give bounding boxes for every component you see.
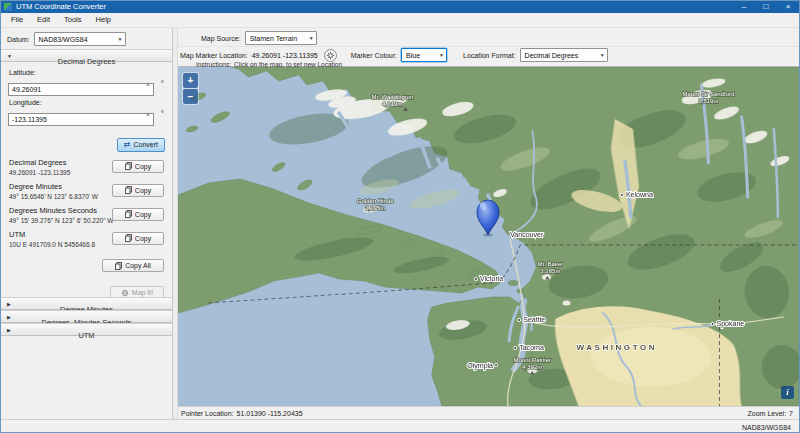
collapsed-triangle-icon: ▶	[7, 301, 11, 307]
marker-location-label: Map Marker Location:	[180, 52, 248, 59]
convert-button[interactable]: ⇄ Convert	[117, 138, 165, 152]
app-icon	[4, 3, 12, 11]
label-kelowna: Kelowna	[626, 191, 653, 198]
copy-icon	[125, 234, 132, 242]
marker-colour-select[interactable]: Blue ▼	[401, 48, 447, 62]
svg-text:4,019m: 4,019m	[382, 101, 402, 107]
menu-file[interactable]: File	[4, 13, 30, 27]
latitude-degree-unit: °	[161, 79, 164, 88]
copy-icon	[125, 186, 132, 194]
map-status-row: Pointer Location: 51.01390 -115.20435 Zo…	[178, 406, 799, 419]
globe-icon	[121, 289, 129, 297]
label-washington: WASHINGTON	[577, 343, 657, 352]
result-degree-minutes: Degree Minutes 49° 15.6546' N 123° 6.837…	[9, 182, 172, 200]
longitude-input[interactable]	[8, 113, 154, 126]
section-degrees-minutes-seconds[interactable]: ▶ Degrees, Minutes Seconds	[1, 310, 172, 323]
section-utm[interactable]: ▶ UTM	[1, 323, 172, 336]
map-source-label: Map Source:	[201, 35, 241, 42]
menu-help[interactable]: Help	[89, 13, 118, 27]
longitude-label: Longitude:	[9, 99, 172, 106]
collapsed-triangle-icon: ▶	[7, 327, 11, 333]
result-decimal-degrees: Decimal Degrees 49.26091 -123.11395 Copy	[9, 158, 172, 176]
clear-latitude-icon[interactable]: ×	[146, 81, 150, 88]
copy-degree-minutes-button[interactable]: Copy	[112, 184, 164, 197]
copy-icon	[125, 162, 132, 170]
marker-location-value: 49.26091 -123.11395	[252, 52, 318, 59]
maximize-button[interactable]: □	[755, 1, 777, 13]
menu-edit[interactable]: Edit	[30, 13, 57, 27]
label-mt-baker: Mt. Baker	[538, 261, 564, 267]
label-waddington: Mt. Waddington	[371, 94, 413, 100]
zoom-level-label: Zoom Level:	[748, 410, 787, 417]
collapsed-triangle-icon: ▶	[7, 314, 11, 320]
attribution-info-button[interactable]: i	[781, 386, 794, 399]
section-degree-minutes[interactable]: ▶ Degree Minutes	[1, 297, 172, 310]
converter-sidebar: Datum: NAD83/WGS84 ▼ ▼ Decimal Degrees L…	[1, 28, 173, 419]
location-format-label: Location Format:	[463, 52, 516, 59]
status-bar: NAD83/WGS84	[1, 419, 799, 433]
decimal-degrees-panel: Latitude: × ° Longitude: × ° ⇄ Convert D…	[1, 62, 172, 301]
copy-utm-button[interactable]: Copy	[112, 232, 164, 245]
convert-arrows-icon: ⇄	[124, 140, 131, 149]
label-seattle: Seattle	[523, 316, 545, 323]
chevron-down-icon: ▼	[439, 52, 444, 58]
longitude-degree-unit: °	[161, 109, 164, 118]
copy-all-button[interactable]: Copy All	[102, 259, 164, 272]
close-button[interactable]: ×	[777, 1, 799, 13]
location-format-select[interactable]: Decimal Degrees ▼	[520, 48, 608, 62]
svg-text:3,285m: 3,285m	[540, 268, 560, 274]
result-utm: UTM 10U E 491709.0 N 5456466.8 Copy	[9, 230, 172, 248]
expanded-triangle-icon: ▼	[7, 53, 12, 59]
latitude-label: Latitude:	[9, 69, 172, 76]
zoom-level-value: 7	[789, 410, 793, 417]
map-view[interactable]: Vancouver Victoria Seattle Tacoma Olympi…	[178, 67, 799, 406]
map-canvas[interactable]: Vancouver Victoria Seattle Tacoma Olympi…	[178, 67, 799, 406]
datum-select[interactable]: NAD83/WGS84 ▼	[34, 32, 126, 46]
menu-tools[interactable]: Tools	[57, 13, 89, 27]
zoom-out-button[interactable]: −	[183, 89, 198, 104]
pointer-location-value: 51.01390 -115.20435	[237, 410, 303, 417]
svg-text:2,195m: 2,195m	[365, 205, 385, 211]
chevron-down-icon: ▼	[600, 52, 605, 58]
label-mount-rainier: Mount Rainier	[514, 357, 551, 363]
menu-bar: File Edit Tools Help	[1, 13, 799, 28]
minimize-button[interactable]: –	[733, 1, 755, 13]
label-olympia: Olympia	[467, 362, 493, 370]
chevron-down-icon: ▼	[309, 35, 314, 41]
svg-text:3,519m: 3,519m	[698, 98, 718, 104]
marker-settings-button[interactable]	[324, 49, 337, 62]
label-tacoma: Tacoma	[519, 344, 544, 351]
copy-icon	[115, 262, 122, 270]
map-toolbar: Map Source: Stamen Terrain ▼ Map Marker …	[178, 28, 799, 67]
label-golden-hinde: Golden Hinde	[357, 198, 394, 204]
label-sir-sandford: Mount Sir Sandford	[682, 91, 734, 97]
clear-longitude-icon[interactable]: ×	[146, 111, 150, 118]
status-datum: NAD83/WGS84	[742, 424, 791, 431]
label-victoria: Victoria	[480, 275, 503, 282]
title-bar: UTM Coordinate Converter – □ ×	[1, 1, 799, 13]
latitude-input[interactable]	[8, 83, 154, 96]
copy-icon	[125, 210, 132, 218]
chevron-down-icon: ▼	[118, 36, 123, 42]
copy-dms-button[interactable]: Copy	[112, 208, 164, 221]
label-spokane: Spokane	[716, 320, 744, 328]
result-degrees-minutes-seconds: Degrees Minutes Seconds 49° 15' 39.276" …	[9, 206, 172, 224]
copy-decimal-degrees-button[interactable]: Copy	[112, 160, 164, 173]
zoom-in-button[interactable]: +	[183, 73, 198, 88]
gear-icon	[326, 51, 335, 60]
datum-label: Datum:	[7, 36, 30, 43]
map-source-select[interactable]: Stamen Terrain ▼	[245, 31, 317, 45]
section-decimal-degrees[interactable]: ▼ Decimal Degrees	[1, 49, 172, 62]
svg-text:4,392m: 4,392m	[522, 364, 542, 370]
zoom-controls: + −	[182, 72, 199, 105]
window-title: UTM Coordinate Converter	[16, 1, 106, 13]
pointer-location-label: Pointer Location:	[181, 410, 234, 417]
label-vancouver: Vancouver	[510, 231, 544, 238]
marker-colour-label: Marker Colour:	[351, 52, 397, 59]
